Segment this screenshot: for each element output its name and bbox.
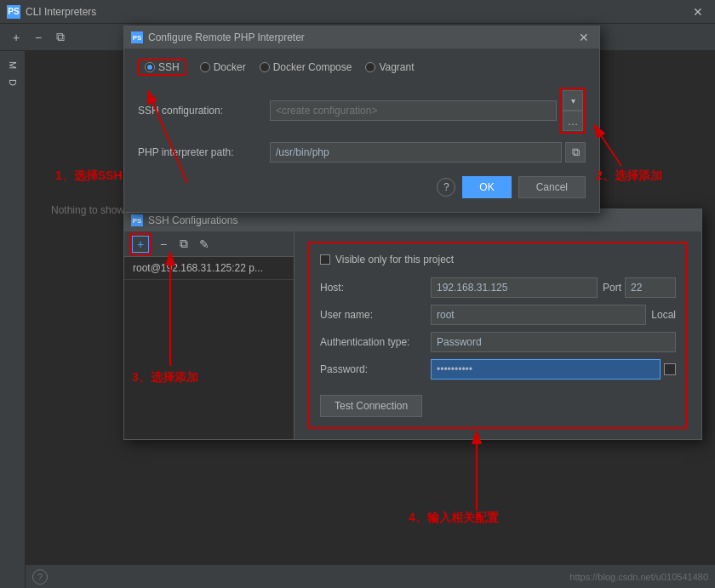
sidebar-letter-d: D: [6, 76, 20, 89]
window-title: CLI Interpreters: [26, 6, 96, 18]
configure-help-button[interactable]: ?: [437, 178, 455, 197]
ssh-dialog: PS SSH Configurations + − ⧉ ✎ root@192.1…: [123, 208, 702, 440]
visible-only-checkbox[interactable]: [320, 254, 330, 265]
radio-vagrant-input[interactable]: [365, 62, 375, 72]
left-sidebar: M D: [0, 51, 26, 588]
copy-button[interactable]: ⧉: [51, 28, 70, 47]
php-path-buttons: ⧉: [565, 142, 586, 163]
radio-vagrant-label: Vagrant: [379, 61, 414, 73]
ssh-remove-button[interactable]: −: [155, 236, 172, 253]
php-path-row: PHP interpreter path: ⧉: [138, 142, 586, 163]
radio-docker-compose[interactable]: Docker Compose: [260, 61, 352, 73]
ssh-config-chevron[interactable]: ▾: [563, 90, 583, 111]
auth-type-input[interactable]: [431, 332, 676, 352]
host-label: Host:: [320, 282, 431, 294]
ssh-add-button[interactable]: +: [132, 236, 149, 253]
ssh-list-toolbar: + − ⧉ ✎: [124, 231, 294, 257]
radio-docker[interactable]: Docker: [200, 61, 246, 73]
configure-dialog-icon: PS: [131, 31, 143, 43]
configure-dialog-close[interactable]: ✕: [575, 29, 592, 46]
auth-type-row: Authentication type:: [320, 332, 676, 352]
bottom-bar: ? https://blog.csdn.net/u010541480: [26, 564, 715, 588]
radio-vagrant[interactable]: Vagrant: [365, 61, 414, 73]
password-show-checkbox[interactable]: [664, 363, 676, 375]
ok-button[interactable]: OK: [462, 176, 511, 198]
title-bar: PS CLI Interpreters ✕: [0, 0, 715, 24]
host-input[interactable]: [431, 277, 598, 298]
radio-ssh-label: SSH: [158, 61, 180, 73]
ssh-list-panel: + − ⧉ ✎ root@192.168.31.125:22 p...: [124, 231, 295, 439]
username-row: User name: Local: [320, 305, 676, 325]
php-path-browse[interactable]: ⧉: [565, 142, 586, 163]
radio-docker-compose-input[interactable]: [260, 62, 270, 72]
ssh-list-item[interactable]: root@192.168.31.125:22 p...: [124, 257, 294, 280]
add-btn-highlight: +: [129, 233, 152, 255]
password-row: Password:: [320, 359, 676, 380]
app-icon: PS: [7, 5, 20, 19]
ssh-dialog-body: + − ⧉ ✎ root@192.168.31.125:22 p... Visi…: [124, 231, 701, 439]
radio-docker-input[interactable]: [200, 62, 210, 72]
ssh-highlight-box: SSH: [138, 59, 186, 76]
radio-ssh[interactable]: SSH: [145, 61, 180, 73]
port-input[interactable]: [625, 277, 676, 298]
radio-group: SSH Docker Docker Compose Vagrant: [138, 59, 586, 76]
ssh-config-label: SSH configuration:: [138, 105, 270, 117]
ssh-config-buttons: ▾ …: [560, 88, 586, 134]
remove-button[interactable]: −: [29, 28, 48, 47]
test-connection-button[interactable]: Test Connection: [320, 395, 422, 417]
url-text: https://blog.csdn.net/u010541480: [569, 572, 708, 582]
ssh-dialog-icon: PS: [131, 214, 143, 226]
ssh-config-add-btn[interactable]: …: [563, 111, 583, 131]
local-label: Local: [651, 309, 676, 321]
visible-only-label: Visible only for this project: [335, 254, 454, 265]
ssh-config-row: SSH configuration: ▾ …: [138, 88, 586, 134]
username-input[interactable]: [431, 305, 646, 325]
close-button[interactable]: ✕: [688, 3, 708, 20]
cancel-button[interactable]: Cancel: [518, 176, 586, 198]
radio-docker-label: Docker: [214, 61, 246, 73]
configure-dialog-body: SSH Docker Docker Compose Vagrant: [124, 49, 599, 212]
configure-dialog-buttons: ? OK Cancel: [138, 176, 586, 198]
password-input[interactable]: [431, 359, 661, 380]
configure-dialog-title: Configure Remote PHP Interpreter: [148, 31, 575, 43]
ssh-copy-button[interactable]: ⧉: [175, 236, 192, 253]
ssh-dialog-title: SSH Configurations: [148, 214, 695, 226]
visible-only-row: Visible only for this project: [320, 254, 676, 265]
password-label: Password:: [320, 363, 431, 375]
php-path-label: PHP interpreter path:: [138, 146, 270, 158]
help-button[interactable]: ?: [32, 569, 48, 585]
ssh-form-panel: Visible only for this project Host: Port…: [295, 231, 701, 439]
ssh-config-input[interactable]: [270, 100, 557, 121]
configure-dialog-titlebar: PS Configure Remote PHP Interpreter ✕: [124, 26, 599, 49]
php-path-input[interactable]: [270, 142, 562, 163]
username-label: User name:: [320, 309, 431, 321]
add-config-highlight: ▾ …: [560, 88, 586, 134]
add-button[interactable]: +: [7, 28, 26, 47]
port-label: Port: [603, 282, 621, 294]
main-window: PS CLI Interpreters ✕ + − ⧉ M D Nothing …: [0, 0, 715, 588]
auth-type-label: Authentication type:: [320, 336, 431, 348]
radio-ssh-input[interactable]: [145, 62, 155, 72]
ssh-form-highlight: Visible only for this project Host: Port…: [308, 242, 688, 429]
configure-dialog: PS Configure Remote PHP Interpreter ✕ SS…: [123, 26, 600, 213]
radio-docker-compose-label: Docker Compose: [273, 61, 352, 73]
host-row: Host: Port: [320, 277, 676, 298]
ssh-edit-button[interactable]: ✎: [196, 236, 213, 253]
sidebar-letter-m: M: [6, 58, 20, 72]
